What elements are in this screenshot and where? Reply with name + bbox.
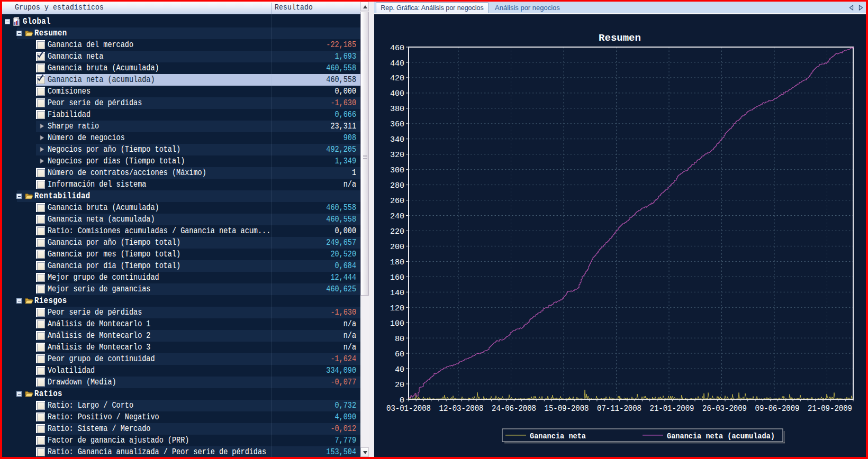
svg-text:20: 20 <box>395 381 404 390</box>
svg-text:80: 80 <box>395 335 404 344</box>
svg-text:100: 100 <box>390 319 404 328</box>
svg-text:Ganancia neta: Ganancia neta <box>530 432 586 441</box>
svg-text:300: 300 <box>390 166 404 175</box>
svg-text:460: 460 <box>390 44 404 53</box>
svg-text:12-03-2008: 12-03-2008 <box>439 403 484 414</box>
svg-text:280: 280 <box>390 181 404 190</box>
svg-text:260: 260 <box>390 197 404 206</box>
svg-text:03-01-2008: 03-01-2008 <box>386 403 431 414</box>
svg-text:420: 420 <box>390 74 404 83</box>
svg-text:24-06-2008: 24-06-2008 <box>492 403 536 414</box>
svg-text:340: 340 <box>390 135 404 144</box>
svg-text:380: 380 <box>390 105 404 114</box>
svg-text:120: 120 <box>390 304 404 313</box>
svg-text:180: 180 <box>390 258 404 267</box>
svg-text:240: 240 <box>390 212 404 221</box>
svg-text:26-03-2009: 26-03-2009 <box>702 403 747 414</box>
svg-text:440: 440 <box>390 59 404 68</box>
svg-text:40: 40 <box>395 365 404 374</box>
svg-text:60: 60 <box>395 350 404 359</box>
svg-text:320: 320 <box>390 151 404 160</box>
svg-text:21-01-2009: 21-01-2009 <box>650 403 694 414</box>
svg-text:Resumen: Resumen <box>599 32 641 44</box>
svg-text:360: 360 <box>390 120 404 129</box>
svg-text:09-06-2009: 09-06-2009 <box>755 403 800 414</box>
svg-text:07-11-2008: 07-11-2008 <box>597 403 641 414</box>
svg-text:15-09-2008: 15-09-2008 <box>545 403 589 414</box>
svg-text:21-09-2009: 21-09-2009 <box>808 403 852 414</box>
svg-text:200: 200 <box>390 243 404 252</box>
svg-text:Ganancia neta (acumulada): Ganancia neta (acumulada) <box>667 432 775 441</box>
svg-text:160: 160 <box>390 273 404 282</box>
svg-text:220: 220 <box>390 227 404 236</box>
svg-text:400: 400 <box>390 89 404 98</box>
svg-text:140: 140 <box>390 289 404 298</box>
